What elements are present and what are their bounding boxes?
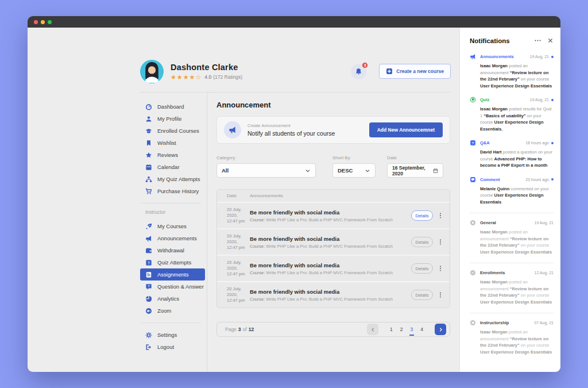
sidebar-item-zoom[interactable]: Zoom bbox=[140, 305, 207, 317]
row-menu-icon[interactable] bbox=[437, 265, 444, 272]
page-of-word: of bbox=[243, 326, 247, 332]
page-word: Page bbox=[225, 326, 237, 332]
row-menu-icon[interactable] bbox=[437, 291, 444, 298]
details-button[interactable]: Details bbox=[411, 263, 433, 274]
sort-select[interactable]: DESC bbox=[332, 163, 376, 178]
sort-value: DESC bbox=[338, 167, 353, 174]
sidebar-item-assignments[interactable]: Assignments bbox=[140, 268, 205, 281]
notification-item-instructorship[interactable]: Instructorship 07 Aug, 21 Isaac Morgan p… bbox=[470, 320, 554, 355]
row-date: 20 July, 2020,12:47 pm bbox=[227, 260, 250, 277]
bookmark-icon bbox=[145, 140, 152, 147]
calendar-icon bbox=[433, 168, 438, 174]
page-number-4[interactable]: 4 bbox=[420, 326, 423, 332]
chevron-down-icon bbox=[305, 168, 311, 174]
category-select[interactable]: All bbox=[216, 163, 316, 178]
notification-item-comment[interactable]: Comment 23 hours ago Melanie Quinn comme… bbox=[470, 176, 554, 206]
notification-time: 23 hours ago bbox=[525, 178, 549, 182]
window-close-button[interactable] bbox=[34, 20, 38, 24]
row-course: Course: Write PHP Like a Pro: Build a PH… bbox=[250, 297, 407, 302]
table-header: Date Announcements bbox=[217, 190, 450, 202]
sidebar-item-wishlist[interactable]: Wishlist bbox=[140, 137, 207, 149]
sidebar-item-withdrawal[interactable]: Withdrawal bbox=[140, 244, 207, 256]
sidebar-item-enrolled-courses[interactable]: Enrolled Courses bbox=[140, 125, 207, 137]
sidebar-item-settings[interactable]: Settings bbox=[140, 329, 207, 341]
sidebar-item-reviews[interactable]: Reviews bbox=[140, 149, 207, 161]
rating-stars-icon: ★★★★☆ bbox=[171, 74, 202, 80]
rating-value: 4.0 bbox=[204, 74, 211, 80]
next-page-button[interactable] bbox=[435, 324, 446, 335]
sidebar-item-label: Enrolled Courses bbox=[157, 128, 199, 134]
date-filter: Date 16 September, 2020 bbox=[387, 155, 443, 178]
row-date: 20 July, 2020,12:47 pm bbox=[227, 207, 250, 224]
sidebar-item-label: Withdrawal bbox=[157, 247, 184, 253]
window-titlebar bbox=[28, 16, 560, 28]
notification-item-announcements[interactable]: Announcements 19 Aug, 21 Isaac Morgan po… bbox=[470, 53, 554, 89]
notification-body: Issac Morgan posted results for Quiz 1 “… bbox=[480, 106, 552, 132]
table-row: 20 July, 2020,12:47 pm Be more friendly … bbox=[217, 228, 450, 255]
sitemap-icon bbox=[145, 176, 152, 183]
page-number-3[interactable]: 3 bbox=[411, 326, 413, 332]
app-body: Dashonte Clarke ★★★★☆ 4.0 (172 Ratings) … bbox=[28, 28, 560, 372]
profile-header: Dashonte Clarke ★★★★☆ 4.0 (172 Ratings) … bbox=[140, 28, 451, 93]
sidebar-item-purchase-history[interactable]: Purchase History bbox=[140, 185, 207, 197]
details-button[interactable]: Details bbox=[411, 210, 433, 221]
create-new-course-label: Create a new course bbox=[396, 68, 444, 74]
page-number-1[interactable]: 1 bbox=[390, 326, 393, 332]
svg-text:?: ? bbox=[148, 260, 150, 264]
table-rows: 20 July, 2020,12:47 pm Be more friendly … bbox=[217, 202, 450, 308]
previous-page-button[interactable] bbox=[367, 324, 378, 335]
date-picker[interactable]: 16 September, 2020 bbox=[387, 163, 443, 178]
megaphone-icon bbox=[224, 121, 241, 139]
megaphone-icon bbox=[470, 53, 476, 60]
window-expand-button[interactable] bbox=[48, 20, 52, 24]
notification-time: 19 Aug, 21 bbox=[530, 55, 549, 59]
row-menu-icon[interactable] bbox=[437, 239, 444, 245]
details-button[interactable]: Details bbox=[411, 290, 433, 300]
notification-item-enrollments[interactable]: Enrollments 12 Aug, 21 Isaac Morgan post… bbox=[470, 270, 554, 305]
notifications-header: Notifications bbox=[470, 37, 554, 44]
notification-head: Comment 23 hours ago bbox=[470, 176, 554, 183]
sidebar-item-label: Settings bbox=[157, 332, 177, 338]
sidebar-item-my-profile[interactable]: My Profile bbox=[140, 113, 207, 125]
notification-item-q-a[interactable]: ? Q&A 18 hours ago David Hart posted a q… bbox=[470, 140, 554, 169]
notification-head: ? Q&A 18 hours ago bbox=[470, 140, 554, 146]
row-title: Be more friendly with social media bbox=[250, 262, 407, 268]
details-button[interactable]: Details bbox=[411, 237, 433, 247]
sidebar-item-dashboard[interactable]: Dashboard bbox=[140, 101, 207, 113]
cart-icon bbox=[145, 188, 152, 195]
sidebar-divider bbox=[141, 203, 201, 203]
notification-item-quiz[interactable]: Quiz 19 Aug, 21 Issac Morgan posted resu… bbox=[470, 97, 554, 132]
notification-body: Isaac Morgan posted an announcement “Rev… bbox=[480, 329, 552, 355]
sidebar-item-question-answer[interactable]: ?Question & Answer bbox=[140, 281, 207, 293]
sidebar-item-calendar[interactable]: Calendar bbox=[140, 161, 207, 173]
note-check-icon bbox=[470, 270, 476, 276]
notifications-bell-button[interactable]: 9 bbox=[351, 64, 366, 79]
sidebar-item-logout[interactable]: Logout bbox=[140, 341, 207, 353]
banner-headline: Notify all students of your course bbox=[247, 130, 335, 137]
notification-head: Quiz 19 Aug, 21 bbox=[470, 97, 554, 103]
sidebar-item-quiz-attempts[interactable]: ?Quiz Attempts bbox=[140, 256, 207, 268]
notification-body: Melanie Quinn commented on your course U… bbox=[480, 186, 552, 206]
close-icon[interactable] bbox=[547, 37, 554, 44]
page-number-2[interactable]: 2 bbox=[400, 326, 403, 332]
note-quiz-icon bbox=[470, 97, 476, 103]
sidebar-item-label: Purchase History bbox=[157, 188, 199, 194]
more-options-icon[interactable] bbox=[534, 37, 541, 44]
add-new-announcement-button[interactable]: Add New Announcemnet bbox=[369, 122, 443, 137]
sidebar-item-label: Calendar bbox=[157, 164, 180, 170]
sidebar-item-label: Dashboard bbox=[157, 103, 184, 110]
note-comment-icon bbox=[470, 176, 476, 183]
sidebar-item-announcements[interactable]: Announcements bbox=[140, 232, 207, 244]
notification-item-general[interactable]: General 19 Aug, 21 Isaac Morgan posted a… bbox=[470, 220, 554, 255]
row-main: Be more friendly with social media Cours… bbox=[250, 209, 411, 222]
svg-text:?: ? bbox=[472, 141, 474, 145]
sidebar-item-my-courses[interactable]: My Courses bbox=[140, 220, 207, 232]
pagination-bar: Page 3 of 12 1234 bbox=[216, 322, 450, 337]
row-menu-icon[interactable] bbox=[437, 212, 444, 219]
create-new-course-button[interactable]: Create a new course bbox=[379, 64, 451, 79]
sidebar-item-my-quiz-attempts[interactable]: My Quiz Attempts bbox=[140, 173, 207, 185]
column-announcements: Announcements bbox=[250, 193, 283, 198]
sidebar-item-analytics[interactable]: Analytics bbox=[140, 293, 207, 305]
window-minimize-button[interactable] bbox=[41, 20, 45, 24]
note-general-icon bbox=[470, 220, 476, 226]
